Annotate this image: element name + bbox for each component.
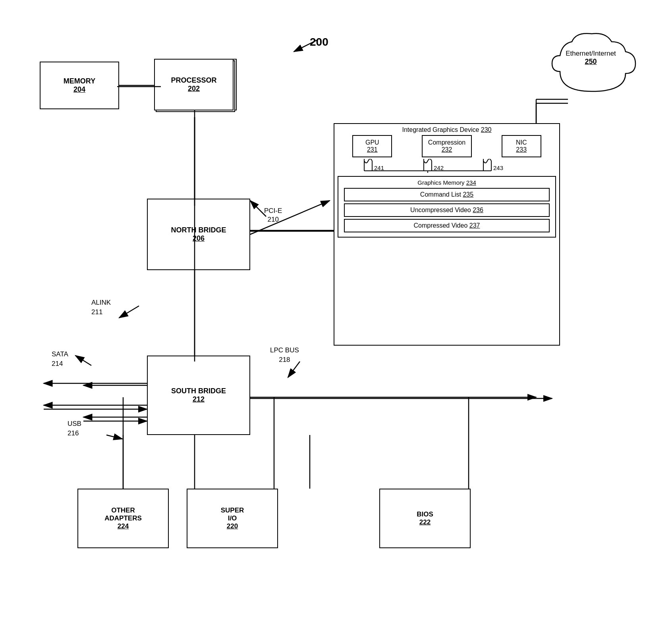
south-bridge-box: SOUTH BRIDGE 212	[147, 356, 250, 435]
sata-label: SATA 214	[52, 350, 68, 369]
memory-label: MEMORY	[64, 77, 95, 85]
processor-label: PROCESSOR	[171, 76, 216, 85]
north-bridge-ref: 206	[193, 234, 205, 243]
south-bridge-label: SOUTH BRIDGE	[171, 387, 226, 395]
nic-box: NIC 233	[502, 135, 541, 157]
graphics-memory-ref: 234	[466, 179, 476, 186]
gpu-box: GPU 231	[352, 135, 392, 157]
compression-ref: 232	[428, 146, 465, 153]
compression-box: Compression 232	[422, 135, 472, 157]
nic-ref: 233	[508, 146, 535, 153]
bios-ref: 222	[419, 518, 431, 526]
compressed-video-box: Compressed Video 237	[344, 219, 550, 232]
nic-label: NIC	[508, 139, 535, 146]
igd-ref: 230	[481, 126, 492, 133]
graphics-memory-label-text: Graphics Memory	[417, 179, 466, 186]
gpu-row: GPU 231 Compression 232 NIC 233	[338, 135, 556, 157]
ethernet-label: Ethernet/Internet	[552, 50, 630, 58]
svg-line-16	[294, 40, 318, 52]
svg-text:241: 241	[374, 164, 384, 171]
usb-label: USB 216	[68, 419, 81, 438]
other-adapters-ref: 224	[118, 522, 129, 530]
north-bridge-box: NORTH BRIDGE 206	[147, 199, 250, 270]
svg-line-19	[250, 201, 266, 217]
integrated-graphics-device: Integrated Graphics Device 230 GPU 231 C…	[334, 123, 560, 346]
processor-box: PROCESSOR 202	[154, 59, 234, 110]
super-io-label: SUPERI/O	[221, 506, 244, 522]
svg-line-33	[288, 361, 300, 377]
ethernet-ref: 250	[552, 58, 630, 66]
uncompressed-video-label: Uncompressed Video	[410, 207, 471, 213]
igd-label: Integrated Graphics Device	[402, 126, 481, 133]
south-bridge-ref: 212	[193, 395, 205, 404]
alink-label: ALINK 211	[91, 298, 111, 317]
memory-box: MEMORY 204	[40, 62, 119, 109]
north-bridge-label: NORTH BRIDGE	[171, 226, 226, 234]
uncompressed-video-ref: 236	[473, 207, 483, 213]
bios-label: BIOS	[417, 510, 433, 518]
gpu-label: GPU	[359, 139, 386, 146]
compressed-video-ref: 237	[469, 222, 480, 229]
other-adapters-label: OTHERADAPTERS	[104, 506, 142, 522]
svg-text:243: 243	[493, 164, 503, 171]
svg-line-23	[75, 356, 91, 365]
compressed-video-label: Compressed Video	[414, 222, 468, 229]
processor-ref: 202	[188, 85, 200, 93]
command-list-box: Command List 235	[344, 188, 550, 201]
memory-ref: 204	[73, 85, 85, 94]
uncompressed-video-box: Uncompressed Video 236	[344, 203, 550, 217]
ethernet-cloud: Ethernet/Internet 250	[540, 28, 643, 101]
svg-line-27	[106, 435, 122, 439]
diagram: 200 MEMORY 204 PROCESSOR 202 NORTH BRIDG…	[0, 0, 672, 636]
graphics-memory-box: Graphics Memory 234 Command List 235 Unc…	[338, 176, 556, 238]
super-io-box: SUPERI/O 220	[187, 489, 278, 548]
svg-text:242: 242	[434, 164, 444, 171]
other-adapters-box: OTHERADAPTERS 224	[77, 489, 169, 548]
command-list-label: Command List	[420, 191, 461, 198]
gpu-ref: 231	[359, 146, 386, 153]
super-io-ref: 220	[227, 522, 238, 530]
svg-line-21	[119, 306, 139, 318]
compression-label: Compression	[428, 139, 465, 146]
command-list-ref: 235	[463, 191, 473, 198]
bios-box: BIOS 222	[379, 489, 471, 548]
